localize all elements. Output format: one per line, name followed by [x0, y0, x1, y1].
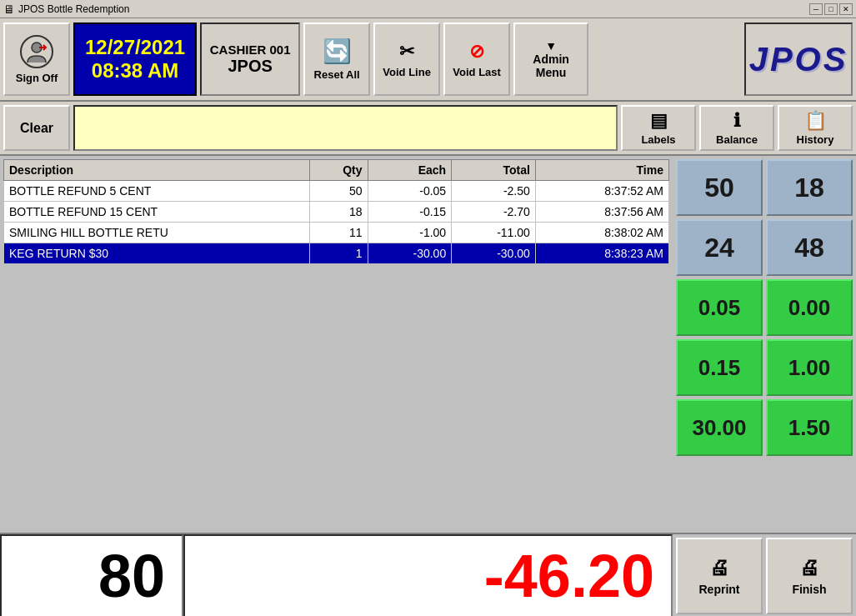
transaction-table: Description Qty Each Total Time BOTTLE R…: [3, 159, 669, 264]
balance-label: Balance: [716, 133, 758, 146]
finish-icon: 🖨: [799, 556, 819, 579]
clear-button[interactable]: Clear: [3, 105, 70, 151]
transaction-body: BOTTLE REFUND 5 CENT 50 -0.05 -2.50 8:37…: [4, 181, 669, 264]
cell-each: -1.00: [368, 223, 452, 243]
bottom-buttons: 🖨 Reprint 🖨 Finish: [673, 534, 856, 616]
cell-total: -11.00: [452, 223, 536, 243]
void-last-icon: ⊘: [469, 41, 484, 63]
green-btn-0[interactable]: 0.05: [676, 279, 763, 336]
reset-all-icon: 🔄: [323, 38, 352, 65]
gray-btn-2[interactable]: 24: [676, 219, 763, 276]
green-btn-1[interactable]: 0.00: [766, 279, 853, 336]
second-row: Clear ▤ Labels ℹ Balance 📋 History: [0, 102, 856, 156]
cashier-line1: CASHIER 001: [210, 43, 291, 57]
cell-time: 8:38:02 AM: [535, 223, 668, 243]
void-line-icon: ✂: [399, 41, 414, 63]
admin-menu-label: AdminMenu: [533, 53, 569, 79]
balance-icon: ℹ: [733, 110, 740, 132]
titlebar-controls: ─ □ ✕: [809, 3, 853, 15]
table-row[interactable]: SMILING HILL BOTTLE RETU 11 -1.00 -11.00…: [4, 223, 669, 243]
gray-btn-3[interactable]: 48: [766, 219, 853, 276]
admin-menu-arrow: ▼: [545, 39, 557, 53]
history-button[interactable]: 📋 History: [778, 105, 853, 151]
table-row[interactable]: KEG RETURN $30 1 -30.00 -30.00 8:38:23 A…: [4, 243, 669, 264]
table-header-row: Description Qty Each Total Time: [4, 160, 669, 181]
labels-button[interactable]: ▤ Labels: [621, 105, 696, 151]
titlebar: 🖥 JPOS Bottle Redemption ─ □ ✕: [0, 0, 856, 18]
col-description: Description: [4, 160, 310, 181]
gray-btn-0[interactable]: 50: [676, 159, 763, 216]
reprint-label: Reprint: [699, 583, 740, 596]
right-panel: 50 18 24 48 0.05 0.00 0.15 1.00 30.00 1.…: [673, 156, 856, 533]
logo-display: JPOS: [744, 23, 853, 96]
void-last-button[interactable]: ⊘ Void Last: [443, 23, 510, 96]
green-buttons-grid: 0.05 0.00 0.15 1.00 30.00 1.50: [676, 279, 853, 456]
total-value: -46.20: [484, 542, 654, 610]
labels-label: Labels: [641, 133, 675, 146]
table-row[interactable]: BOTTLE REFUND 15 CENT 18 -0.15 -2.70 8:3…: [4, 202, 669, 223]
col-qty: Qty: [310, 160, 368, 181]
cell-desc: BOTTLE REFUND 15 CENT: [4, 202, 310, 223]
qty-display: 80: [0, 534, 183, 616]
sign-off-button[interactable]: Sign Off: [3, 23, 70, 96]
history-label: History: [797, 133, 834, 146]
titlebar-title: JPOS Bottle Redemption: [18, 3, 129, 15]
cell-total: -2.50: [452, 181, 536, 202]
content-area: Description Qty Each Total Time BOTTLE R…: [0, 156, 856, 533]
bottom-bar: 80 -46.20 🖨 Reprint 🖨 Finish: [0, 533, 856, 616]
cell-qty: 50: [310, 181, 368, 202]
cell-qty: 11: [310, 223, 368, 243]
balance-button[interactable]: ℹ Balance: [699, 105, 774, 151]
cashier-line2: JPOS: [228, 57, 272, 76]
minimize-button[interactable]: ─: [809, 3, 823, 15]
void-last-label: Void Last: [453, 66, 501, 78]
cell-each: -0.05: [368, 181, 452, 202]
close-button[interactable]: ✕: [839, 3, 853, 15]
void-line-button[interactable]: ✂ Void Line: [373, 23, 440, 96]
cell-time: 8:37:56 AM: [535, 202, 668, 223]
titlebar-icon: 🖥: [3, 3, 15, 16]
col-total: Total: [452, 160, 536, 181]
total-display: -46.20: [183, 534, 673, 616]
finish-button[interactable]: 🖨 Finish: [766, 538, 853, 614]
sign-off-icon: [20, 35, 53, 68]
cell-each: -0.15: [368, 202, 452, 223]
green-btn-2[interactable]: 0.15: [676, 339, 763, 396]
main-container: Sign Off 12/27/2021 08:38 AM CASHIER 001…: [0, 18, 856, 616]
cashier-display: CASHIER 001 JPOS: [200, 23, 300, 96]
green-btn-3[interactable]: 1.00: [766, 339, 853, 396]
cell-time: 8:37:52 AM: [535, 181, 668, 202]
datetime-display: 12/27/2021 08:38 AM: [73, 23, 197, 96]
admin-menu-button[interactable]: ▼ AdminMenu: [513, 23, 588, 96]
cell-desc: SMILING HILL BOTTLE RETU: [4, 223, 310, 243]
reset-all-label: Reset All: [314, 68, 360, 81]
sign-off-label: Sign Off: [16, 72, 58, 84]
reprint-button[interactable]: 🖨 Reprint: [676, 538, 763, 614]
input-field[interactable]: [73, 105, 618, 151]
toolbar: Sign Off 12/27/2021 08:38 AM CASHIER 001…: [0, 18, 856, 102]
time-display: 08:38 AM: [92, 59, 178, 83]
col-time: Time: [535, 160, 668, 181]
gray-btn-1[interactable]: 18: [766, 159, 853, 216]
cell-desc: BOTTLE REFUND 5 CENT: [4, 181, 310, 202]
green-btn-4[interactable]: 30.00: [676, 399, 763, 456]
void-line-label: Void Line: [383, 66, 431, 78]
gray-buttons-grid: 50 18 24 48: [676, 159, 853, 276]
cell-total: -2.70: [452, 202, 536, 223]
col-each: Each: [368, 160, 452, 181]
cell-total: -30.00: [452, 243, 536, 264]
cell-time: 8:38:23 AM: [535, 243, 668, 264]
cell-qty: 18: [310, 202, 368, 223]
cell-each: -30.00: [368, 243, 452, 264]
labels-icon: ▤: [650, 110, 668, 132]
table-row[interactable]: BOTTLE REFUND 5 CENT 50 -0.05 -2.50 8:37…: [4, 181, 669, 202]
jpos-logo: JPOS: [749, 41, 848, 78]
date-display: 12/27/2021: [85, 36, 185, 59]
cell-desc: KEG RETURN $30: [4, 243, 310, 264]
reprint-icon: 🖨: [709, 556, 729, 579]
cell-qty: 1: [310, 243, 368, 264]
maximize-button[interactable]: □: [824, 3, 838, 15]
reset-all-button[interactable]: 🔄 Reset All: [303, 23, 370, 96]
qty-value: 80: [98, 542, 165, 610]
green-btn-5[interactable]: 1.50: [766, 399, 853, 456]
